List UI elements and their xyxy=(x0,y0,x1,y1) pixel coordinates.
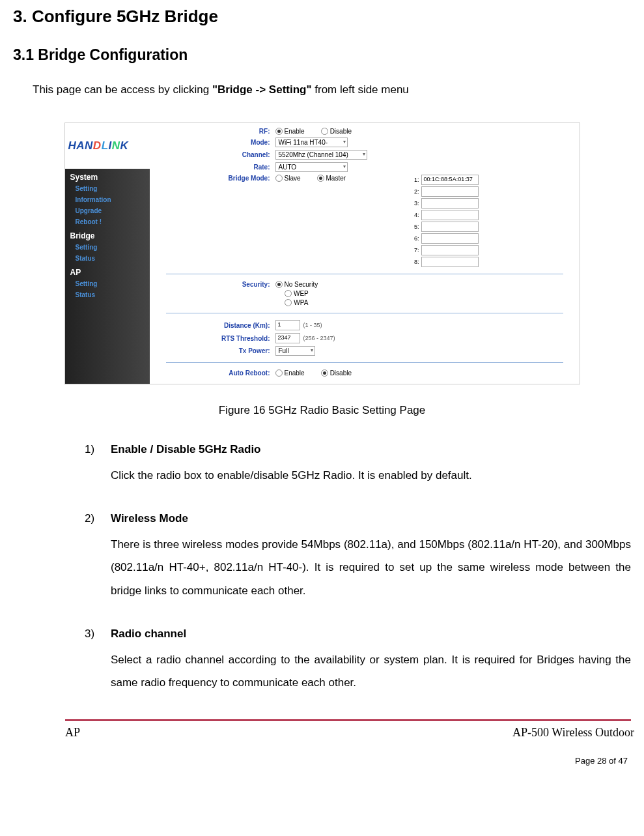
list-num-3: 3) xyxy=(85,627,98,641)
list-body-1: Click the radio box to enable/disable 5G… xyxy=(111,464,631,487)
mac-input-7[interactable] xyxy=(421,245,479,255)
rts-label: RTS Threshold: xyxy=(166,335,275,342)
mac-input-8[interactable] xyxy=(421,257,479,267)
page-number: Page 28 of 47 xyxy=(0,740,644,775)
nav-system-reboot[interactable]: Reboot ! xyxy=(65,216,150,227)
security-wpa-radio[interactable]: WPA xyxy=(285,299,308,306)
nav-ap-setting[interactable]: Setting xyxy=(65,278,150,289)
txpower-select[interactable]: Full xyxy=(275,346,315,356)
heading-1: 3. Configure 5GHz Bridge xyxy=(13,7,631,27)
channel-select[interactable]: 5520Mhz (Channel 104) xyxy=(275,150,367,160)
rf-disable-radio[interactable]: Disable xyxy=(321,128,352,135)
security-none-radio[interactable]: No Security xyxy=(275,281,318,288)
nav-system-header: System xyxy=(65,169,150,183)
list-item-3: 3) Radio channel Select a radio channel … xyxy=(85,627,631,695)
list-body-2: There is three wireless modes provide 54… xyxy=(111,533,631,603)
nav-system-information[interactable]: Information xyxy=(65,194,150,205)
nav-bridge-setting[interactable]: Setting xyxy=(65,242,150,253)
rate-label: Rate: xyxy=(166,164,275,171)
list-title-3: Radio channel xyxy=(111,627,186,641)
mode-label: Mode: xyxy=(166,139,275,146)
rts-input[interactable]: 2347 xyxy=(275,333,300,343)
mac-input-2[interactable] xyxy=(421,186,479,197)
nav-ap-status[interactable]: Status xyxy=(65,289,150,300)
rate-select[interactable]: AUTO xyxy=(275,162,348,172)
divider-2 xyxy=(166,313,563,313)
mac-input-4[interactable] xyxy=(421,210,479,220)
bridge-master-radio[interactable]: Master xyxy=(317,175,346,182)
mac-input-1[interactable]: 00:1C:88:5A:01:37 xyxy=(421,175,479,185)
list-title-2: Wireless Mode xyxy=(111,512,188,525)
rts-hint: (256 - 2347) xyxy=(303,335,335,341)
autoreboot-disable-radio[interactable]: Disable xyxy=(321,369,352,377)
config-screenshot: HANDLINK System Setting Information Upgr… xyxy=(64,123,580,384)
footer-right: AP-500 Wireless Outdoor xyxy=(512,726,634,740)
sidebar: HANDLINK System Setting Information Upgr… xyxy=(65,123,150,384)
intro-prefix: This page can be access by clicking xyxy=(33,83,212,96)
divider-1 xyxy=(166,274,563,274)
mac-input-6[interactable] xyxy=(421,233,479,244)
autoreboot-enable-radio[interactable]: Enable xyxy=(275,369,305,377)
footer-left: AP xyxy=(65,726,80,740)
autoreboot-label: Auto Reboot: xyxy=(166,369,275,377)
footer: AP AP-500 Wireless Outdoor xyxy=(0,721,644,740)
distance-input[interactable]: 1 xyxy=(275,320,300,330)
list-body-3: Select a radio channel according to the … xyxy=(111,648,631,695)
security-label: Security: xyxy=(166,281,275,288)
bridge-mode-label: Bridge Mode: xyxy=(166,175,275,182)
nav-system-setting[interactable]: Setting xyxy=(65,183,150,194)
intro-bold: "Bridge -> Setting" xyxy=(212,83,312,96)
nav-system-upgrade[interactable]: Upgrade xyxy=(65,205,150,216)
bridge-slave-radio[interactable]: Slave xyxy=(275,175,301,182)
intro-suffix: from left side menu xyxy=(312,83,409,96)
divider-3 xyxy=(166,362,563,363)
intro-paragraph: This page can be access by clicking "Bri… xyxy=(33,83,631,96)
channel-label: Channel: xyxy=(166,151,275,158)
nav-bridge-status[interactable]: Status xyxy=(65,253,150,264)
nav-bridge-header: Bridge xyxy=(65,227,150,242)
rf-label: RF: xyxy=(166,128,275,135)
list-title-1: Enable / Disable 5GHz Radio xyxy=(111,443,261,456)
config-panel: RF: Enable Disable Mode: WiFi 11na HT40-… xyxy=(150,123,580,384)
nav-ap-header: AP xyxy=(65,264,150,278)
mac-input-5[interactable] xyxy=(421,222,479,232)
list-num-2: 2) xyxy=(85,512,98,525)
distance-label: Distance (Km): xyxy=(166,322,275,329)
list-item-2: 2) Wireless Mode There is three wireless… xyxy=(85,512,631,603)
logo: HANDLINK xyxy=(65,123,150,169)
security-wep-radio[interactable]: WEP xyxy=(285,290,309,297)
rf-enable-radio[interactable]: Enable xyxy=(275,128,305,135)
distance-hint: (1 - 35) xyxy=(303,322,322,328)
mode-select[interactable]: WiFi 11na HT40- xyxy=(275,137,348,147)
list-num-1: 1) xyxy=(85,443,98,456)
mac-input-3[interactable] xyxy=(421,198,479,209)
mac-list: 1:00:1C:88:5A:01:37 2: 3: 4: 5: 6: 7: 8: xyxy=(414,175,479,267)
figure-caption: Figure 16 5GHz Radio Basic Setting Page xyxy=(13,404,631,417)
heading-2: 3.1 Bridge Configuration xyxy=(13,46,631,64)
list-item-1: 1) Enable / Disable 5GHz Radio Click the… xyxy=(85,443,631,487)
txpower-label: Tx Power: xyxy=(166,347,275,354)
